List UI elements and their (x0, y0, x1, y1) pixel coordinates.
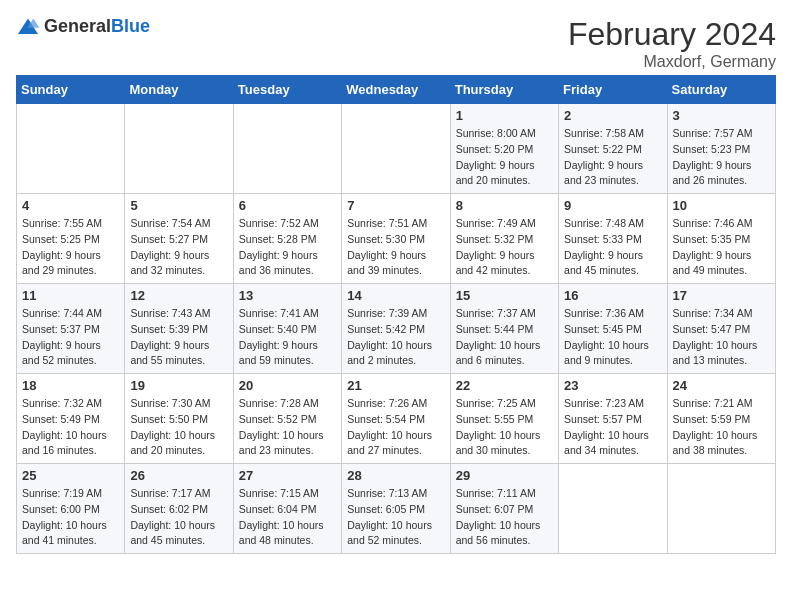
day-info: Sunrise: 7:55 AM Sunset: 5:25 PM Dayligh… (22, 216, 119, 279)
day-number: 19 (130, 378, 227, 393)
day-info: Sunrise: 7:49 AM Sunset: 5:32 PM Dayligh… (456, 216, 553, 279)
calendar-cell: 2Sunrise: 7:58 AM Sunset: 5:22 PM Daylig… (559, 104, 667, 194)
day-number: 25 (22, 468, 119, 483)
calendar-cell (342, 104, 450, 194)
day-info: Sunrise: 7:58 AM Sunset: 5:22 PM Dayligh… (564, 126, 661, 189)
logo: GeneralBlue (16, 16, 150, 37)
day-info: Sunrise: 7:41 AM Sunset: 5:40 PM Dayligh… (239, 306, 336, 369)
calendar-cell: 7Sunrise: 7:51 AM Sunset: 5:30 PM Daylig… (342, 194, 450, 284)
calendar-cell: 6Sunrise: 7:52 AM Sunset: 5:28 PM Daylig… (233, 194, 341, 284)
day-number: 15 (456, 288, 553, 303)
calendar-week-row: 11Sunrise: 7:44 AM Sunset: 5:37 PM Dayli… (17, 284, 776, 374)
day-number: 14 (347, 288, 444, 303)
day-info: Sunrise: 7:37 AM Sunset: 5:44 PM Dayligh… (456, 306, 553, 369)
day-info: Sunrise: 7:17 AM Sunset: 6:02 PM Dayligh… (130, 486, 227, 549)
calendar-week-row: 18Sunrise: 7:32 AM Sunset: 5:49 PM Dayli… (17, 374, 776, 464)
calendar-cell: 9Sunrise: 7:48 AM Sunset: 5:33 PM Daylig… (559, 194, 667, 284)
calendar-cell: 18Sunrise: 7:32 AM Sunset: 5:49 PM Dayli… (17, 374, 125, 464)
day-info: Sunrise: 7:11 AM Sunset: 6:07 PM Dayligh… (456, 486, 553, 549)
day-info: Sunrise: 7:51 AM Sunset: 5:30 PM Dayligh… (347, 216, 444, 279)
day-info: Sunrise: 7:15 AM Sunset: 6:04 PM Dayligh… (239, 486, 336, 549)
day-number: 9 (564, 198, 661, 213)
day-number: 23 (564, 378, 661, 393)
calendar-cell: 13Sunrise: 7:41 AM Sunset: 5:40 PM Dayli… (233, 284, 341, 374)
calendar-cell: 11Sunrise: 7:44 AM Sunset: 5:37 PM Dayli… (17, 284, 125, 374)
title-area: February 2024 Maxdorf, Germany (568, 16, 776, 71)
header-row: SundayMondayTuesdayWednesdayThursdayFrid… (17, 76, 776, 104)
day-number: 28 (347, 468, 444, 483)
day-number: 8 (456, 198, 553, 213)
day-info: Sunrise: 7:19 AM Sunset: 6:00 PM Dayligh… (22, 486, 119, 549)
day-info: Sunrise: 7:44 AM Sunset: 5:37 PM Dayligh… (22, 306, 119, 369)
day-info: Sunrise: 7:34 AM Sunset: 5:47 PM Dayligh… (673, 306, 770, 369)
day-number: 7 (347, 198, 444, 213)
calendar-cell: 28Sunrise: 7:13 AM Sunset: 6:05 PM Dayli… (342, 464, 450, 554)
calendar-cell: 29Sunrise: 7:11 AM Sunset: 6:07 PM Dayli… (450, 464, 558, 554)
calendar-cell: 26Sunrise: 7:17 AM Sunset: 6:02 PM Dayli… (125, 464, 233, 554)
calendar-cell: 19Sunrise: 7:30 AM Sunset: 5:50 PM Dayli… (125, 374, 233, 464)
day-number: 21 (347, 378, 444, 393)
calendar-cell: 14Sunrise: 7:39 AM Sunset: 5:42 PM Dayli… (342, 284, 450, 374)
calendar-cell: 23Sunrise: 7:23 AM Sunset: 5:57 PM Dayli… (559, 374, 667, 464)
calendar-cell: 3Sunrise: 7:57 AM Sunset: 5:23 PM Daylig… (667, 104, 775, 194)
day-number: 3 (673, 108, 770, 123)
header-area: GeneralBlue February 2024 Maxdorf, Germa… (16, 16, 776, 71)
day-info: Sunrise: 7:21 AM Sunset: 5:59 PM Dayligh… (673, 396, 770, 459)
day-number: 1 (456, 108, 553, 123)
calendar-cell: 21Sunrise: 7:26 AM Sunset: 5:54 PM Dayli… (342, 374, 450, 464)
calendar-cell: 8Sunrise: 7:49 AM Sunset: 5:32 PM Daylig… (450, 194, 558, 284)
calendar-week-row: 25Sunrise: 7:19 AM Sunset: 6:00 PM Dayli… (17, 464, 776, 554)
calendar-cell: 22Sunrise: 7:25 AM Sunset: 5:55 PM Dayli… (450, 374, 558, 464)
calendar-cell: 24Sunrise: 7:21 AM Sunset: 5:59 PM Dayli… (667, 374, 775, 464)
day-number: 22 (456, 378, 553, 393)
day-number: 27 (239, 468, 336, 483)
calendar-cell (559, 464, 667, 554)
calendar-cell: 25Sunrise: 7:19 AM Sunset: 6:00 PM Dayli… (17, 464, 125, 554)
day-number: 2 (564, 108, 661, 123)
subtitle: Maxdorf, Germany (568, 53, 776, 71)
logo-icon (16, 17, 40, 37)
calendar-cell (233, 104, 341, 194)
day-info: Sunrise: 7:36 AM Sunset: 5:45 PM Dayligh… (564, 306, 661, 369)
day-of-week-header: Friday (559, 76, 667, 104)
day-number: 20 (239, 378, 336, 393)
day-info: Sunrise: 7:23 AM Sunset: 5:57 PM Dayligh… (564, 396, 661, 459)
calendar-cell: 20Sunrise: 7:28 AM Sunset: 5:52 PM Dayli… (233, 374, 341, 464)
day-number: 4 (22, 198, 119, 213)
day-info: Sunrise: 7:54 AM Sunset: 5:27 PM Dayligh… (130, 216, 227, 279)
day-number: 13 (239, 288, 336, 303)
day-of-week-header: Saturday (667, 76, 775, 104)
calendar-cell (125, 104, 233, 194)
day-of-week-header: Tuesday (233, 76, 341, 104)
day-number: 11 (22, 288, 119, 303)
day-info: Sunrise: 7:48 AM Sunset: 5:33 PM Dayligh… (564, 216, 661, 279)
calendar-cell (17, 104, 125, 194)
day-number: 12 (130, 288, 227, 303)
day-of-week-header: Thursday (450, 76, 558, 104)
day-info: Sunrise: 7:39 AM Sunset: 5:42 PM Dayligh… (347, 306, 444, 369)
calendar-week-row: 4Sunrise: 7:55 AM Sunset: 5:25 PM Daylig… (17, 194, 776, 284)
calendar-table: SundayMondayTuesdayWednesdayThursdayFrid… (16, 75, 776, 554)
calendar-week-row: 1Sunrise: 8:00 AM Sunset: 5:20 PM Daylig… (17, 104, 776, 194)
calendar-cell: 15Sunrise: 7:37 AM Sunset: 5:44 PM Dayli… (450, 284, 558, 374)
day-of-week-header: Sunday (17, 76, 125, 104)
main-title: February 2024 (568, 16, 776, 53)
day-info: Sunrise: 7:25 AM Sunset: 5:55 PM Dayligh… (456, 396, 553, 459)
calendar-cell: 10Sunrise: 7:46 AM Sunset: 5:35 PM Dayli… (667, 194, 775, 284)
day-number: 17 (673, 288, 770, 303)
day-of-week-header: Monday (125, 76, 233, 104)
calendar-cell: 17Sunrise: 7:34 AM Sunset: 5:47 PM Dayli… (667, 284, 775, 374)
logo-text: GeneralBlue (44, 16, 150, 37)
day-info: Sunrise: 7:13 AM Sunset: 6:05 PM Dayligh… (347, 486, 444, 549)
day-info: Sunrise: 7:46 AM Sunset: 5:35 PM Dayligh… (673, 216, 770, 279)
day-info: Sunrise: 7:30 AM Sunset: 5:50 PM Dayligh… (130, 396, 227, 459)
day-info: Sunrise: 7:26 AM Sunset: 5:54 PM Dayligh… (347, 396, 444, 459)
day-info: Sunrise: 7:52 AM Sunset: 5:28 PM Dayligh… (239, 216, 336, 279)
calendar-cell: 27Sunrise: 7:15 AM Sunset: 6:04 PM Dayli… (233, 464, 341, 554)
calendar-cell: 4Sunrise: 7:55 AM Sunset: 5:25 PM Daylig… (17, 194, 125, 284)
calendar-cell: 5Sunrise: 7:54 AM Sunset: 5:27 PM Daylig… (125, 194, 233, 284)
day-of-week-header: Wednesday (342, 76, 450, 104)
day-number: 10 (673, 198, 770, 213)
day-info: Sunrise: 8:00 AM Sunset: 5:20 PM Dayligh… (456, 126, 553, 189)
calendar-cell: 1Sunrise: 8:00 AM Sunset: 5:20 PM Daylig… (450, 104, 558, 194)
